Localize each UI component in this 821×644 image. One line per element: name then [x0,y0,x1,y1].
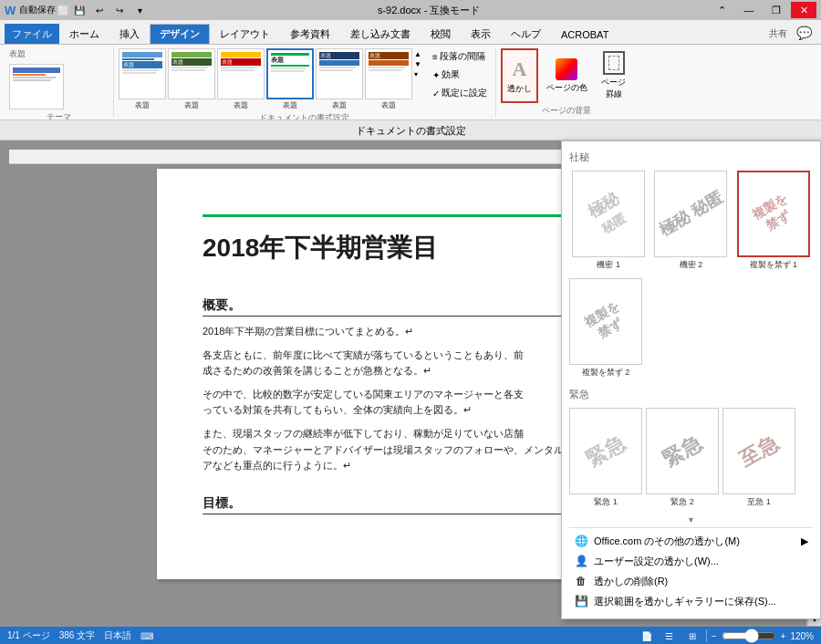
panel-divider-1 [569,527,813,528]
menu-save-label: 選択範囲を透かしギャラリーに保存(S)... [594,595,776,608]
watermark-thumb-fukusei2[interactable]: 複製を禁ず 複製を禁ず 2 [569,278,642,379]
watermark-thumb-kinkyuu1[interactable]: 緊急 緊急 1 [569,408,642,508]
watermark-thumb-fukusei1[interactable]: 複製を禁ず 複製を禁ず 1 [734,171,813,271]
menu-office-label: Office.com のその他の透かし(M) [594,535,740,548]
user-icon: 👤 [574,554,588,568]
watermark-shikyuu1-text: 至急 [734,430,783,473]
panel-grid-row1: 極秘秘匿 機密 1 極秘 秘匿 機密 2 複製を禁ず 複製を禁ず 1 [569,171,813,271]
minimize-btn[interactable]: — [736,2,762,18]
style-3[interactable]: 表題 表題 [217,48,265,110]
watermark-thumb-shikyuu1[interactable]: 至急 至急 1 [722,408,795,508]
watermark-kinkyuu2-label: 緊急 2 [670,496,694,508]
current-theme-preview[interactable] [9,64,64,109]
zoom-out-btn[interactable]: − [712,631,717,641]
tab-help[interactable]: ヘルプ [501,24,551,44]
statusbar: 1/1 ページ 386 文字 日本語 ⌨ 📄 ☰ ⊞ − + 120% [0,627,821,644]
watermark-fukusei1-text: 複製を禁ず [749,190,799,238]
pagebg-content: A 透かし ページの色 ページ罫線 [501,48,632,103]
titlebar-controls: ⌃ — ❐ ✕ [709,2,816,18]
restore-btn[interactable]: ❐ [764,2,789,18]
themes-content: 表題 [9,48,109,109]
watermark-thumb-koshin1[interactable]: 極秘秘匿 機密 1 [569,171,648,271]
comments-btn[interactable]: 💬 [792,22,816,44]
watermark-btn[interactable]: A 透かし [501,48,538,103]
tab-insert[interactable]: 挿入 [109,24,150,44]
tab-design[interactable]: デザイン [150,24,210,44]
watermark-label: 透かし [507,83,532,95]
menu-save-gallery[interactable]: 💾 選択範囲を透かしギャラリーに保存(S)... [569,591,813,611]
view-btn-web[interactable]: ☰ [660,628,679,643]
paragraph-spacing-btn[interactable]: ≡ 段落の間隔 [429,48,491,65]
tab-layout[interactable]: レイアウト [210,24,280,44]
gallery-scroll[interactable]: ▲ ▼ ▾ [414,50,421,78]
undo-btn[interactable]: ↩ [90,2,109,18]
watermark-icon: A [512,57,526,81]
share-btn[interactable]: 共有 [764,24,792,44]
watermark-koshin2-text: 極秘 秘匿 [656,188,726,240]
menu-office-watermarks[interactable]: 🌐 Office.com のその他の透かし(M) ▶ [569,531,813,551]
panel-section-kinkyuu: 緊急 [569,386,813,403]
style-gallery: 表題 表題 表題 表題 [119,48,421,110]
para-1[interactable]: 2018年下半期の営業目標についてまとめる。↵ [203,324,604,340]
ribbon-collapse-btn[interactable]: ⌃ [709,2,734,18]
tab-file[interactable]: ファイル [5,24,59,44]
menu-custom-watermark[interactable]: 👤 ユーザー設定の透かし(W)... [569,551,813,571]
effects-btn[interactable]: ✦ 効果 [429,67,491,83]
watermark-thumb-kinkyuu2[interactable]: 緊急 緊急 2 [646,408,719,508]
panel-section-koshin: 社秘 [569,149,813,166]
delete-icon: 🗑 [574,574,588,588]
heading-goal[interactable]: 目標。 [203,495,604,514]
view-btn-print[interactable]: 📄 [638,628,656,643]
tab-mailings[interactable]: 差し込み文書 [340,24,421,44]
page-color-btn[interactable]: ページの色 [541,48,593,103]
tab-acrobat[interactable]: ACROBAT [551,24,618,44]
customize-btn[interactable]: ▾ [130,2,149,18]
style-5[interactable]: 表題 表題 [316,48,363,110]
paragraph-spacing-icon: ≡ [432,52,438,62]
panel-grid-row2: 複製を禁ず 複製を禁ず 2 [569,278,813,379]
style-1[interactable]: 表題 表題 [119,48,166,110]
watermark-shikyuu1-label: 至急 1 [747,496,771,508]
style-6[interactable]: 表題 表題 [365,48,412,110]
quick-access-toolbar: 自動保存 ⬜ 💾 ↩ ↪ ▾ [19,2,149,18]
tab-references[interactable]: 参考資料 [280,24,340,44]
panel-grid-urgent: 緊急 緊急 1 緊急 緊急 2 至急 至急 1 [569,408,813,508]
para-3: その中で、比較的数字が安定している関東エリアのマネージャーと各支 っている対策を… [203,387,604,419]
word-count: 386 文字 [59,629,95,642]
view-btn-outline[interactable]: ⊞ [683,628,701,643]
autosave-label: 自動保存 [19,4,56,16]
docformat-group-label: ドキュメントの書式設定 [119,110,491,119]
tab-home[interactable]: ホーム [59,24,109,44]
watermark-fukusei2-label: 複製を禁ず 2 [582,367,630,379]
page-border-label: ページ罫線 [601,77,626,100]
watermark-koshin1-text: 極秘秘匿 [585,189,633,239]
page-info: 1/1 ページ [7,629,50,642]
close-btn[interactable]: ✕ [791,2,816,18]
main-area: 2018年下半期営業目 概要。 2018年下半期の営業目標についてまとめる。↵ … [0,140,821,627]
submenu-arrow: ▶ [801,535,808,547]
default-btn[interactable]: ✓ 既定に設定 [429,85,491,101]
save-btn[interactable]: 💾 [70,2,88,18]
menu-remove-watermark[interactable]: 🗑 透かしの削除(R) [569,571,813,591]
language: 日本語 [104,629,131,642]
zoom-slider[interactable] [722,631,776,640]
page-top-space [203,196,604,214]
watermark-thumb-koshin2[interactable]: 極秘 秘匿 機密 2 [651,171,730,271]
zoom-in-btn[interactable]: + [781,631,786,641]
tab-view[interactable]: 表示 [461,24,501,44]
page-color-label: ページの色 [546,82,587,94]
titlebar-title: s-92.docx - 互換モード [149,4,709,17]
effects-label: 効果 [442,68,460,81]
autosave-toggle[interactable]: ⬜ [57,5,68,16]
watermark-dropdown-panel: 社秘 極秘秘匿 機密 1 極秘 秘匿 機密 2 複製を禁ず 複 [561,140,821,619]
menu-remove-label: 透かしの削除(R) [594,575,668,588]
style-2[interactable]: 表題 表題 [168,48,215,110]
page-border-btn[interactable]: ページ罫線 [596,48,632,103]
redo-btn[interactable]: ↪ [110,2,129,18]
style-4[interactable]: 表題 表題 [266,48,314,110]
doc-title[interactable]: 2018年下半期営業目 [203,231,604,265]
watermark-fukusei2-text: 複製を禁ず [581,297,631,346]
heading-overview[interactable]: 概要。 [203,297,604,317]
tab-review[interactable]: 校閲 [421,24,461,44]
panel-scroll-down[interactable]: ▼ [569,515,813,525]
